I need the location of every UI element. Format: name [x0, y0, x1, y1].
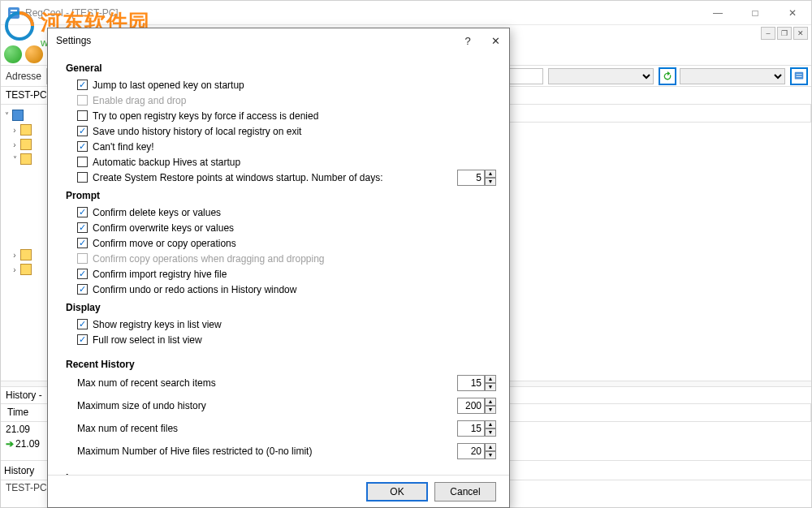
checkbox-icon[interactable] [77, 141, 88, 152]
address-label: Adresse [1, 71, 46, 82]
mdi-controls: – ❐ ✕ [761, 27, 808, 40]
checkbox-icon[interactable] [77, 284, 88, 295]
dialog-help-button[interactable]: ? [454, 30, 482, 51]
svg-rect-5 [797, 76, 802, 77]
close-button[interactable]: ✕ [774, 1, 811, 25]
address-select-2[interactable] [680, 68, 785, 84]
toolbar-forward-button[interactable] [25, 45, 43, 63]
checkbox-icon[interactable] [77, 222, 88, 233]
spin-up-icon[interactable]: ▲ [485, 443, 496, 451]
menu-item[interactable] [6, 28, 8, 40]
spin-down-icon[interactable]: ▼ [485, 178, 496, 186]
opt-recent-files: Max num of recent files ▲▼ [77, 419, 496, 438]
checkbox-icon [77, 253, 88, 264]
opt-restore-points[interactable]: Create System Restore points at windows … [77, 170, 496, 185]
tree-root[interactable]: ˅ [2, 108, 45, 123]
checkbox-icon[interactable] [77, 80, 88, 90]
spin-down-icon[interactable]: ▼ [485, 406, 496, 414]
svg-rect-4 [797, 74, 802, 75]
refresh-icon [662, 71, 673, 82]
dialog-titlebar: Settings ? ✕ [48, 28, 509, 53]
checkbox-icon[interactable] [77, 172, 88, 183]
opt-enable-drag-drop: Enable drag and drop [77, 93, 496, 108]
checkbox-icon[interactable] [77, 334, 88, 345]
restore-days-spinner[interactable]: ▲▼ [457, 170, 496, 186]
opt-hive-limit: Maximum Number of Hive files restricted … [77, 441, 496, 461]
tab-history[interactable]: History [4, 465, 34, 476]
opt-full-row-select[interactable]: Full row select in list view [77, 332, 496, 347]
history-col-time[interactable]: Time [1, 404, 48, 421]
mdi-close-button[interactable]: ✕ [793, 27, 808, 40]
recent-search-spinner[interactable]: ▲▼ [457, 375, 496, 391]
tree-view[interactable]: ˅ › › ˅ › › [1, 105, 48, 381]
opt-confirm-delete[interactable]: Confirm delete keys or values [77, 204, 496, 220]
opt-confirm-undoredo[interactable]: Confirm undo or redo actions in History … [77, 282, 496, 297]
cancel-button[interactable]: Cancel [434, 482, 496, 502]
checkbox-icon[interactable] [77, 126, 88, 136]
section-general: General [66, 62, 496, 74]
section-recent: Recent History [66, 359, 496, 370]
spin-up-icon[interactable]: ▲ [485, 398, 496, 406]
path-root: TEST-PC [6, 89, 47, 101]
maximize-button[interactable]: □ [736, 1, 774, 25]
window-title: RegCool - [TEST-PC] [25, 7, 699, 19]
search-button[interactable] [790, 67, 808, 85]
tree-item[interactable]: ˅ [2, 152, 45, 166]
refresh-button[interactable] [659, 67, 676, 85]
opt-save-undo[interactable]: Save undo history history of local regis… [77, 123, 496, 139]
section-prompt: Prompt [66, 190, 496, 201]
checkbox-icon[interactable] [77, 110, 88, 121]
svg-rect-1 [11, 10, 17, 11]
opt-undo-size: Maximum size of undo history ▲▼ [77, 396, 496, 415]
opt-confirm-drag-copy: Confirm copy operations when dragging an… [77, 251, 496, 266]
opt-jump-last-key[interactable]: Jump to last opened key on startup [77, 77, 496, 93]
checkbox-icon[interactable] [77, 238, 88, 248]
settings-dialog: Settings ? ✕ General Jump to last opened… [47, 28, 510, 508]
opt-confirm-overwrite[interactable]: Confirm overwrite keys or values [77, 220, 496, 235]
spin-up-icon[interactable]: ▲ [485, 170, 496, 178]
ok-button[interactable]: OK [366, 482, 428, 502]
app-icon [7, 6, 20, 19]
mdi-restore-button[interactable]: ❐ [777, 27, 792, 40]
search-icon [793, 71, 805, 82]
mdi-minimize-button[interactable]: – [761, 27, 775, 40]
undo-size-spinner[interactable]: ▲▼ [457, 398, 496, 414]
minimize-button[interactable]: — [699, 1, 736, 25]
spin-down-icon[interactable]: ▼ [485, 383, 496, 391]
dialog-body: General Jump to last opened key on start… [48, 53, 509, 475]
dialog-close-button[interactable]: ✕ [482, 30, 509, 51]
opt-recent-search: Max num of recent search items ▲▼ [77, 373, 496, 393]
dialog-title: Settings [56, 35, 454, 46]
recent-files-spinner[interactable]: ▲▼ [457, 420, 496, 437]
opt-cant-find[interactable]: Can't find key! [77, 139, 496, 154]
restore-days-input[interactable] [457, 170, 485, 186]
spin-down-icon[interactable]: ▼ [485, 451, 496, 459]
section-display: Display [66, 302, 496, 313]
svg-rect-3 [795, 71, 804, 79]
opt-show-keys[interactable]: Show registry keys in list view [77, 316, 496, 332]
toolbar-back-button[interactable] [4, 45, 22, 63]
tree-item[interactable]: › [2, 262, 45, 277]
opt-auto-backup[interactable]: Automatic backup Hives at startup [77, 154, 496, 170]
checkbox-icon [77, 95, 88, 105]
titlebar: RegCool - [TEST-PC] — □ ✕ [1, 1, 811, 25]
dialog-buttons: OK Cancel [48, 475, 509, 507]
checkbox-icon[interactable] [77, 269, 88, 279]
checkbox-icon[interactable] [77, 157, 88, 167]
tree-item[interactable]: › [2, 248, 45, 262]
spin-up-icon[interactable]: ▲ [485, 375, 496, 383]
tree-item[interactable]: › [2, 137, 45, 152]
checkbox-icon[interactable] [77, 319, 88, 329]
checkbox-icon[interactable] [77, 207, 88, 217]
opt-confirm-import[interactable]: Confirm import registry hive file [77, 266, 496, 282]
svg-rect-2 [11, 13, 17, 15]
spin-up-icon[interactable]: ▲ [485, 420, 496, 428]
opt-force-open[interactable]: Try to open registry keys by force if ac… [77, 108, 496, 123]
opt-confirm-move[interactable]: Confirm move or copy operations [77, 235, 496, 251]
tree-item[interactable]: › [2, 123, 45, 137]
hive-limit-spinner[interactable]: ▲▼ [457, 443, 496, 459]
address-select-1[interactable] [548, 68, 654, 84]
spin-down-icon[interactable]: ▼ [485, 428, 496, 437]
